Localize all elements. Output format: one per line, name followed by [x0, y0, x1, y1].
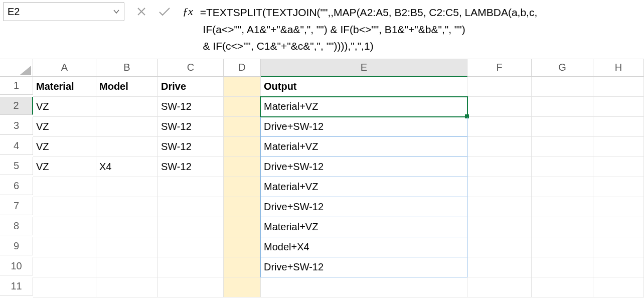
- cell-D10[interactable]: [224, 257, 261, 277]
- cell-H4[interactable]: [593, 137, 644, 157]
- cell-E7[interactable]: Drive+SW-12: [260, 197, 467, 217]
- cell-H6[interactable]: [593, 177, 644, 197]
- cell-E11[interactable]: [261, 277, 467, 297]
- cell-F11[interactable]: [467, 277, 532, 297]
- cell-F8[interactable]: [467, 217, 532, 237]
- cell-D3[interactable]: [224, 117, 261, 137]
- cell-E10[interactable]: Drive+SW-12: [260, 257, 467, 277]
- fx-icon[interactable]: ƒx: [183, 5, 194, 18]
- cell-C11[interactable]: [158, 277, 224, 297]
- cell-C2[interactable]: SW-12: [158, 97, 224, 117]
- cell-H10[interactable]: [593, 257, 644, 277]
- cell-H2[interactable]: [593, 97, 644, 117]
- cell-H9[interactable]: [593, 237, 644, 257]
- cell-D8[interactable]: [224, 217, 261, 237]
- cell-A10[interactable]: [33, 257, 96, 277]
- name-box[interactable]: E2: [3, 2, 124, 21]
- cell-G8[interactable]: [532, 217, 593, 237]
- cell-B7[interactable]: [96, 197, 158, 217]
- cell-H11[interactable]: [593, 277, 644, 297]
- cell-B1[interactable]: Model: [96, 77, 158, 97]
- cell-D9[interactable]: [224, 237, 261, 257]
- enter-icon[interactable]: [158, 2, 171, 21]
- column-header-F[interactable]: F: [467, 59, 532, 77]
- cell-F4[interactable]: [467, 137, 532, 157]
- cell-C1[interactable]: Drive: [158, 77, 224, 97]
- column-header-E[interactable]: E: [261, 59, 467, 77]
- cell-A1[interactable]: Material: [33, 77, 96, 97]
- cell-E1[interactable]: Output: [261, 77, 467, 97]
- cell-C9[interactable]: [158, 237, 224, 257]
- column-header-A[interactable]: A: [33, 59, 96, 77]
- cell-A7[interactable]: [33, 197, 96, 217]
- cell-F7[interactable]: [467, 197, 532, 217]
- cell-D5[interactable]: [224, 157, 261, 177]
- cell-A3[interactable]: VZ: [33, 117, 96, 137]
- cell-E8[interactable]: Material+VZ: [260, 217, 467, 237]
- cell-H8[interactable]: [593, 217, 644, 237]
- cell-E5[interactable]: Drive+SW-12: [260, 157, 467, 177]
- cell-B6[interactable]: [96, 177, 158, 197]
- row-header-5[interactable]: 5: [0, 157, 33, 175]
- cell-E6[interactable]: Material+VZ: [260, 177, 467, 197]
- cell-G10[interactable]: [532, 257, 593, 277]
- cell-C5[interactable]: SW-12: [158, 157, 224, 177]
- column-header-G[interactable]: G: [532, 59, 593, 77]
- cell-F2[interactable]: [467, 97, 532, 117]
- cell-A2[interactable]: VZ: [33, 97, 96, 117]
- cell-D4[interactable]: [224, 137, 261, 157]
- cell-A9[interactable]: [33, 237, 96, 257]
- cell-B9[interactable]: [96, 237, 158, 257]
- cell-G7[interactable]: [532, 197, 593, 217]
- cell-G3[interactable]: [532, 117, 593, 137]
- cell-F1[interactable]: [467, 77, 532, 97]
- cell-D1[interactable]: [224, 77, 261, 97]
- row-header-7[interactable]: 7: [0, 197, 33, 215]
- cell-E4[interactable]: Material+VZ: [260, 137, 467, 157]
- column-header-H[interactable]: H: [593, 59, 644, 77]
- row-header-2[interactable]: 2: [0, 97, 33, 115]
- cell-A8[interactable]: [33, 217, 96, 237]
- spreadsheet-grid[interactable]: ABCDEFGH1MaterialModelDriveOutput2VZSW-1…: [0, 59, 644, 297]
- cell-H5[interactable]: [593, 157, 644, 177]
- cell-D2[interactable]: [224, 97, 261, 117]
- cell-G6[interactable]: [532, 177, 593, 197]
- cell-B11[interactable]: [96, 277, 158, 297]
- row-header-10[interactable]: 10: [0, 257, 33, 275]
- chevron-down-icon[interactable]: [113, 8, 120, 15]
- cell-F10[interactable]: [467, 257, 532, 277]
- row-header-11[interactable]: 11: [0, 277, 33, 295]
- column-header-B[interactable]: B: [96, 59, 158, 77]
- cell-G5[interactable]: [532, 157, 593, 177]
- cell-A4[interactable]: VZ: [33, 137, 96, 157]
- row-header-3[interactable]: 3: [0, 117, 33, 135]
- cancel-icon[interactable]: [136, 2, 146, 21]
- cell-C6[interactable]: [158, 177, 224, 197]
- cell-F5[interactable]: [467, 157, 532, 177]
- cell-H7[interactable]: [593, 197, 644, 217]
- cell-D6[interactable]: [224, 177, 261, 197]
- cell-E2[interactable]: Material+VZ: [260, 97, 467, 117]
- select-all-corner[interactable]: [0, 59, 33, 77]
- cell-C4[interactable]: SW-12: [158, 137, 224, 157]
- column-header-D[interactable]: D: [224, 59, 261, 77]
- cell-E9[interactable]: Model+X4: [260, 237, 467, 257]
- column-header-C[interactable]: C: [158, 59, 224, 77]
- cell-F3[interactable]: [467, 117, 532, 137]
- row-header-6[interactable]: 6: [0, 177, 33, 195]
- cell-D7[interactable]: [224, 197, 261, 217]
- cell-E3[interactable]: Drive+SW-12: [260, 117, 467, 137]
- cell-B8[interactable]: [96, 217, 158, 237]
- cell-G11[interactable]: [532, 277, 593, 297]
- cell-B5[interactable]: X4: [96, 157, 158, 177]
- row-header-8[interactable]: 8: [0, 217, 33, 235]
- cell-C3[interactable]: SW-12: [158, 117, 224, 137]
- cell-B10[interactable]: [96, 257, 158, 277]
- row-header-1[interactable]: 1: [0, 77, 33, 95]
- cell-D11[interactable]: [224, 277, 261, 297]
- cell-H1[interactable]: [593, 77, 644, 97]
- cell-B3[interactable]: [96, 117, 158, 137]
- cell-H3[interactable]: [593, 117, 644, 137]
- cell-B2[interactable]: [96, 97, 158, 117]
- cell-C10[interactable]: [158, 257, 224, 277]
